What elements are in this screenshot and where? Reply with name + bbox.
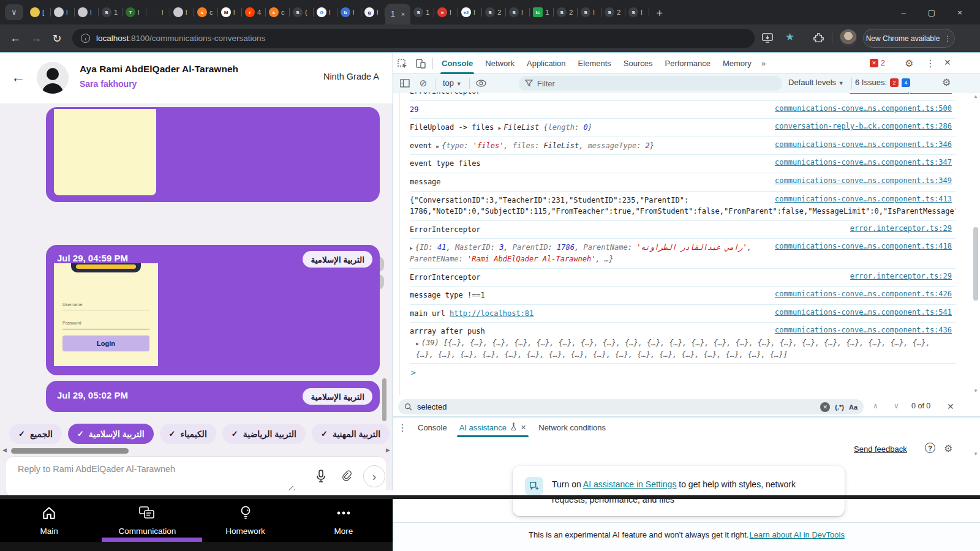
browser-tab[interactable]: el — [434, 0, 458, 24]
log-levels-dropdown[interactable]: Default levels ▼ — [788, 78, 844, 87]
browser-tab[interactable]: S( — [290, 0, 314, 24]
close-search-icon[interactable]: ✕ — [947, 402, 954, 411]
console-source-link[interactable]: error.interceptor.ts:29 — [850, 92, 952, 94]
minimize-button[interactable]: – — [889, 8, 918, 17]
filter-chip-subject[interactable]: ✓التربية الرياضية — [222, 424, 306, 444]
browser-tab[interactable]: l — [170, 0, 194, 24]
browser-tab[interactable]: sc — [194, 0, 218, 24]
drawer-scroll-icon[interactable]: ▼ — [973, 451, 978, 457]
devtools-tab-application[interactable]: Application — [521, 53, 572, 74]
console-source-link[interactable]: communications-conve…ns.component.ts:426 — [775, 290, 952, 298]
attachment-login-screenshot[interactable]: Username Password Login — [54, 263, 158, 366]
close-drawer-tab-icon[interactable]: ✕ — [521, 424, 526, 432]
devtools-tab-elements[interactable]: Elements — [572, 53, 617, 74]
scroll-up-icon[interactable]: ▲ — [973, 94, 978, 99]
console-scrollbar[interactable]: ▲ ▼ — [973, 92, 979, 395]
issues-counter[interactable]: 6 Issues: 2 4 — [855, 78, 910, 87]
devtools-menu-icon[interactable]: ⋮ — [925, 58, 935, 69]
filter-chip-subject[interactable]: ✓الكيمياء — [160, 424, 216, 444]
nav-item-homework[interactable]: Homework — [197, 499, 295, 542]
browser-tab[interactable]: l — [75, 0, 99, 24]
console-source-link[interactable]: error.interceptor.ts:29 — [850, 224, 952, 233]
kebab-menu-icon[interactable]: ⋮ — [944, 34, 952, 43]
forward-button[interactable]: → — [26, 32, 47, 45]
console-source-link[interactable]: communications-conve…ns.component.ts:349 — [775, 176, 952, 185]
message-bubble[interactable]: Jul 29, 05:02 PM التربية الإسلامية — [46, 381, 380, 412]
live-expression-icon[interactable] — [472, 80, 491, 87]
browser-tab[interactable]: sc — [266, 0, 290, 24]
inspect-element-icon[interactable] — [393, 58, 412, 69]
extensions-icon[interactable] — [813, 32, 824, 46]
browser-tab[interactable]: S2 — [554, 0, 578, 24]
filter-chip-subject[interactable]: ✓التربية المهنية — [312, 424, 390, 444]
console-source-link[interactable]: communications-conve…ns.component.ts:418 — [775, 242, 952, 250]
drawer-tab-ai-assistance[interactable]: AI assistance✕ — [453, 418, 533, 437]
message-list[interactable]: Jul 29, 04:57 PM Message was deleted Jul… — [0, 103, 393, 456]
search-input[interactable]: selected ✕ (.*) Aa — [398, 399, 864, 414]
chips-scrollbar[interactable]: ◀ ▶ — [0, 446, 393, 455]
send-feedback-link[interactable]: Send feedback — [854, 444, 907, 454]
browser-tab[interactable]: bl — [337, 0, 361, 24]
regex-toggle[interactable]: (.*) — [835, 403, 844, 411]
console-source-link[interactable]: communications-conve…ns.component.ts:347 — [775, 158, 952, 167]
profile-avatar[interactable] — [840, 29, 857, 47]
browser-tab[interactable]: l — [51, 0, 75, 24]
scroll-down-icon[interactable]: ▼ — [973, 388, 978, 394]
clear-console-icon[interactable]: ⊘ — [414, 78, 432, 89]
site-info-icon[interactable]: i — [81, 34, 90, 43]
console-prompt[interactable]: > — [410, 364, 956, 377]
expand-arrow-icon[interactable]: ▶ — [436, 144, 439, 149]
update-chrome-button[interactable]: New Chrome available ⋮ — [863, 29, 955, 48]
console-log[interactable]: error.interceptor.ts:29ErrorInterceptorc… — [393, 92, 956, 395]
help-icon[interactable]: ? — [925, 443, 935, 453]
browser-tab[interactable]: e2l — [458, 0, 482, 24]
browser-tab[interactable]: tc1 — [530, 0, 554, 24]
browser-tab[interactable]: [ — [27, 0, 51, 24]
install-icon[interactable] — [761, 32, 774, 47]
console-source-link[interactable]: conversation-reply-b…ck.component.ts:286 — [775, 122, 952, 130]
console-source-link[interactable]: communications-conve…ns.component.ts:413 — [775, 195, 952, 203]
ai-settings-link[interactable]: AI assistance in Settings — [583, 479, 677, 489]
nav-item-main[interactable]: Main — [0, 499, 98, 542]
teacher-name[interactable]: Sara fakhoury — [80, 79, 137, 89]
learn-about-ai-link[interactable]: Learn about AI in DevTools — [750, 530, 845, 539]
drawer-settings-icon[interactable]: ⚙ — [944, 443, 952, 454]
devtools-tab-network[interactable]: Network — [479, 53, 521, 74]
bookmark-star-icon[interactable]: ★ — [785, 31, 794, 43]
browser-tab[interactable]: S1 — [99, 0, 123, 24]
attach-file-icon[interactable] — [337, 466, 358, 487]
browser-tab[interactable]: Gl — [314, 0, 337, 24]
maximize-button[interactable]: ▢ — [918, 8, 946, 17]
devtools-settings-icon[interactable]: ⚙ — [905, 58, 913, 69]
more-panels-icon[interactable]: » — [758, 59, 769, 68]
drawer-tab-network-conditions[interactable]: Network conditions — [532, 418, 612, 437]
execution-context-selector[interactable]: top ▼ — [438, 78, 467, 88]
drawer-tab-console[interactable]: Console — [412, 418, 453, 437]
scroll-right-icon[interactable]: ▶ — [386, 447, 390, 453]
url-bar[interactable]: i localhost:8100/communications-conversa… — [72, 29, 755, 48]
console-filter-input[interactable]: Filter — [519, 76, 782, 91]
expand-arrow-icon[interactable]: ▶ — [410, 246, 413, 251]
scroll-left-icon[interactable]: ◀ — [2, 447, 7, 453]
console-sidebar-icon[interactable] — [396, 79, 414, 88]
tab-search-button[interactable]: ∨ — [5, 4, 23, 20]
drawer-menu-icon[interactable]: ⋮ — [393, 422, 412, 433]
browser-tab[interactable]: S2 — [601, 0, 625, 24]
browser-tab[interactable]: Tl — [123, 0, 146, 24]
browser-tab[interactable]: S2 — [482, 0, 506, 24]
console-scrollbar-thumb[interactable] — [973, 227, 978, 301]
devtools-tab-performance[interactable]: Performance — [659, 53, 717, 74]
match-case-toggle[interactable]: Aa — [849, 403, 858, 411]
browser-tab[interactable]: Sl — [578, 0, 601, 24]
back-arrow-icon[interactable]: ← — [11, 69, 25, 86]
console-source-link[interactable]: communications-conve…ns.component.ts:346 — [775, 140, 952, 149]
devtools-tab-console[interactable]: Console — [435, 53, 479, 74]
close-tab-icon[interactable]: × — [401, 10, 405, 18]
attachment-image[interactable] — [54, 109, 156, 195]
expand-arrow-icon[interactable]: ▶ — [499, 126, 502, 131]
browser-tab[interactable]: l — [146, 0, 170, 24]
console-settings-icon[interactable]: ⚙ — [942, 77, 951, 88]
console-source-link[interactable]: communications-conve…ns.component.ts:500 — [775, 104, 952, 113]
browser-tab[interactable]: gl — [361, 0, 385, 24]
chips-scrollbar-thumb[interactable] — [11, 448, 129, 454]
